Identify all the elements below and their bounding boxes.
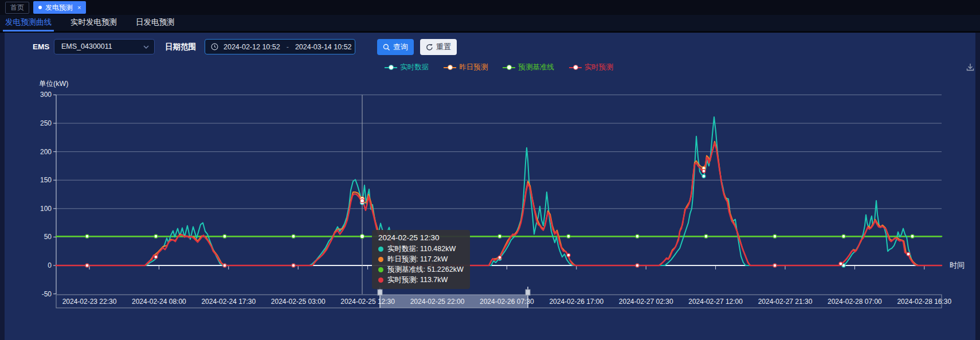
tooltip-row: 预测基准线: 51.2262kW [378,264,464,275]
y-tick-label: 250 [40,119,52,127]
y-tick-label: -50 [42,290,52,298]
y-tick-label: 150 [40,176,52,184]
x-tick-label: 2024-02-23 22:30 [62,298,117,306]
data-point-marker [773,264,777,267]
plot-area[interactable] [56,95,942,294]
y-tick-label: 300 [40,91,52,99]
forecast-chart: 300250200150100500-502024-02-23 22:30202… [0,0,980,340]
data-point-marker [223,264,226,267]
data-point-marker [911,235,914,238]
data-point-marker [567,253,570,257]
hover-point [360,199,364,203]
x-tick-label: 2024-02-28 07:00 [828,298,882,306]
x-tick-label: 2024-02-24 08:00 [132,298,186,306]
data-point-marker [704,235,708,238]
data-point-marker [85,264,89,267]
series-dot-icon [378,278,383,283]
data-point-marker [702,169,705,173]
x-axis-name: 时间 [950,261,965,269]
data-point-marker [636,235,639,238]
data-point-marker [839,262,842,265]
series-dot-icon [378,257,383,262]
x-tick-label: 2024-02-26 07:30 [480,298,534,306]
data-point-marker [498,235,501,238]
app-window: 首页 发电预测 × 发电预测曲线 实时发电预测 日发电预测 EMS EMS_04… [0,0,980,340]
data-point-marker [85,235,89,238]
x-tick-label: 2024-02-28 16:30 [897,298,951,306]
data-point-marker [154,255,158,259]
y-axis-name: 单位(kW) [39,80,68,88]
datazoom-handle[interactable] [378,290,382,295]
tooltip-title: 2024-02-25 12:30 [378,233,464,242]
data-point-marker [154,235,158,238]
x-tick-label: 2024-02-25 03:00 [271,298,326,306]
series-dot-icon [378,247,383,252]
chart-tooltip: 2024-02-25 12:30 实时数据: 110.482kW昨日预测: 11… [372,230,470,289]
x-tick-label: 2024-02-27 02:30 [619,298,673,306]
data-point-marker [567,235,570,238]
x-tick-label: 2024-02-27 12:00 [688,298,743,306]
x-tick-label: 2024-02-25 12:30 [340,298,395,306]
data-point-marker [498,256,501,259]
data-point-marker [773,235,777,238]
y-tick-label: 100 [40,205,52,213]
x-tick-label: 2024-02-27 21:30 [758,298,813,306]
tooltip-row: 实时数据: 110.482kW [378,244,464,254]
x-tick-label: 2024-02-26 17:00 [549,298,603,306]
data-point-marker [842,235,845,238]
data-point-marker [292,235,295,238]
x-tick-label: 2024-02-24 17:30 [201,298,256,306]
series-dot-icon [378,267,383,272]
datazoom-handle[interactable] [526,290,530,295]
data-point-marker [907,252,910,256]
x-tick-label: 2024-02-25 22:00 [410,298,465,306]
data-point-marker [223,235,226,238]
hover-point [360,235,364,239]
data-point-marker [702,174,705,178]
tooltip-row: 昨日预测: 117.2kW [378,254,464,264]
data-point-marker [636,264,639,267]
data-point-marker [292,264,295,267]
y-tick-label: 200 [40,148,52,156]
y-tick-label: 0 [48,261,52,269]
y-tick-label: 50 [44,233,52,241]
tooltip-row: 实时预测: 113.7kW [378,275,464,285]
